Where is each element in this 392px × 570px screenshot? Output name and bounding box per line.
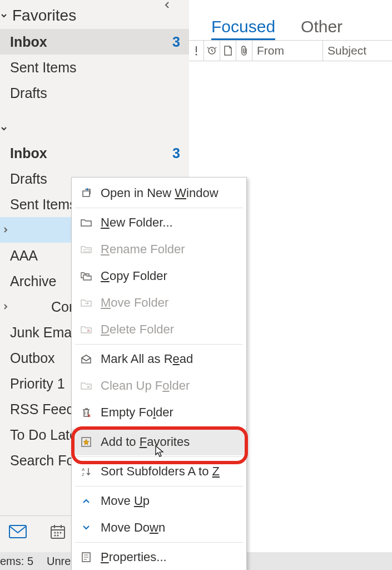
icon-column-icon[interactable] (220, 41, 236, 61)
favorites-list: Inbox 3 Sent Items Drafts (0, 29, 189, 106)
favorites-header[interactable]: Favorites (0, 0, 189, 29)
folder-inbox[interactable]: Inbox 3 (0, 140, 189, 166)
mail-icon[interactable] (9, 523, 27, 540)
chevron-up-icon (80, 494, 93, 508)
menu-mark-all-read[interactable]: Mark All as Read (72, 346, 246, 372)
star-icon (80, 435, 93, 449)
favorite-item-sent[interactable]: Sent Items (0, 55, 189, 80)
unread-count: 3 (172, 145, 180, 161)
svg-text:Z: Z (82, 472, 85, 477)
chevron-down-icon (0, 12, 9, 19)
svg-rect-0 (9, 525, 26, 538)
menu-separator (75, 208, 243, 208)
menu-label: Move Down (101, 520, 165, 535)
menu-move-down[interactable]: Move Down (72, 514, 246, 541)
folder-label: Sent Items (10, 60, 180, 76)
sort-az-icon: AZ (80, 465, 93, 478)
tab-focused[interactable]: Focused (211, 17, 275, 40)
menu-separator (75, 486, 243, 487)
reminder-column-icon[interactable] (204, 41, 220, 61)
folder-label: Outbox (10, 350, 55, 366)
svg-point-11 (196, 54, 197, 56)
menu-label: Move Up (101, 494, 150, 508)
favorite-item-inbox[interactable]: Inbox 3 (0, 29, 189, 55)
folder-label: Inbox (10, 34, 172, 50)
menu-rename-folder: Rename Folder (72, 236, 246, 263)
copy-folder-icon (80, 269, 93, 283)
account-header[interactable] (0, 118, 189, 140)
menu-label: New Folder... (101, 215, 173, 230)
menu-label: Rename Folder (101, 242, 185, 257)
attachment-column-icon[interactable] (236, 41, 252, 61)
collapse-nav-icon[interactable] (163, 1, 177, 14)
status-unread: Unre (47, 555, 71, 568)
folder-icon (80, 216, 93, 229)
message-list-header: From Subject (189, 41, 392, 61)
properties-icon (80, 551, 93, 564)
unread-count: 3 (172, 34, 180, 50)
folder-label: Sent Items (10, 196, 77, 213)
menu-properties[interactable]: Properties... (72, 544, 246, 570)
svg-rect-13 (83, 191, 90, 196)
chevron-down-icon (80, 521, 93, 534)
cleanup-folder-icon (80, 379, 93, 392)
importance-column-icon[interactable] (189, 41, 204, 61)
folder-label: Junk Email (10, 325, 78, 341)
move-folder-icon (80, 296, 93, 309)
favorites-label: Favorites (12, 7, 76, 24)
folder-label: Priority 1 (10, 376, 65, 392)
inbox-tabs: Focused Other (189, 12, 392, 41)
subject-column[interactable]: Subject (323, 41, 392, 61)
menu-open-new-window[interactable]: Open in New Window (72, 180, 246, 207)
rename-icon (80, 243, 93, 256)
menu-label: Move Folder (101, 296, 168, 310)
menu-add-to-favorites[interactable]: Add to Favorites (72, 429, 246, 455)
menu-copy-folder[interactable]: Copy Folder (72, 263, 246, 289)
status-items: ems: 5 (0, 555, 33, 568)
menu-empty-folder[interactable]: Empty Folder (72, 399, 246, 426)
menu-label: Add to Favorites (101, 435, 190, 449)
menu-separator (75, 427, 243, 428)
menu-label: Sort Subfolders A to Z (101, 464, 220, 479)
menu-new-folder[interactable]: New Folder... (72, 209, 246, 236)
menu-move-folder: Move Folder (72, 289, 246, 316)
menu-label: Open in New Window (101, 186, 219, 200)
folder-context-menu: Open in New Window New Folder... Rename … (71, 177, 247, 570)
menu-separator (75, 542, 243, 543)
from-column[interactable]: From (252, 41, 323, 61)
folder-label: RSS Feeds (10, 401, 81, 417)
calendar-icon[interactable] (49, 523, 67, 540)
tab-other[interactable]: Other (301, 17, 343, 40)
menu-separator (75, 456, 243, 457)
menu-delete-folder: Delete Folder (72, 316, 246, 343)
svg-rect-16 (84, 249, 90, 252)
menu-label: Copy Folder (101, 269, 167, 283)
menu-label: Properties... (101, 550, 167, 564)
new-window-icon (80, 186, 93, 200)
trash-icon (80, 406, 93, 419)
menu-label: Clean Up Folder (101, 379, 190, 393)
menu-clean-up-folder: Clean Up Folder (72, 372, 246, 399)
folder-label: Drafts (10, 85, 180, 101)
folder-label: Drafts (10, 171, 47, 187)
menu-label: Mark All as Read (101, 352, 193, 366)
chevron-down-icon (0, 125, 9, 132)
menu-separator (75, 344, 243, 345)
menu-label: Delete Folder (101, 322, 174, 337)
menu-move-up[interactable]: Move Up (72, 488, 246, 514)
folder-label: Inbox (10, 145, 47, 161)
folder-label: Archive (10, 273, 56, 289)
delete-folder-icon (80, 323, 93, 336)
svg-text:A: A (82, 467, 85, 472)
folder-label: AAA (10, 248, 38, 264)
chevron-right-icon[interactable] (2, 303, 9, 310)
chevron-right-icon[interactable] (2, 227, 9, 233)
menu-sort-az[interactable]: AZ Sort Subfolders A to Z (72, 458, 246, 485)
envelope-open-icon (80, 352, 93, 366)
favorite-item-drafts[interactable]: Drafts (0, 80, 189, 106)
menu-label: Empty Folder (101, 405, 173, 420)
